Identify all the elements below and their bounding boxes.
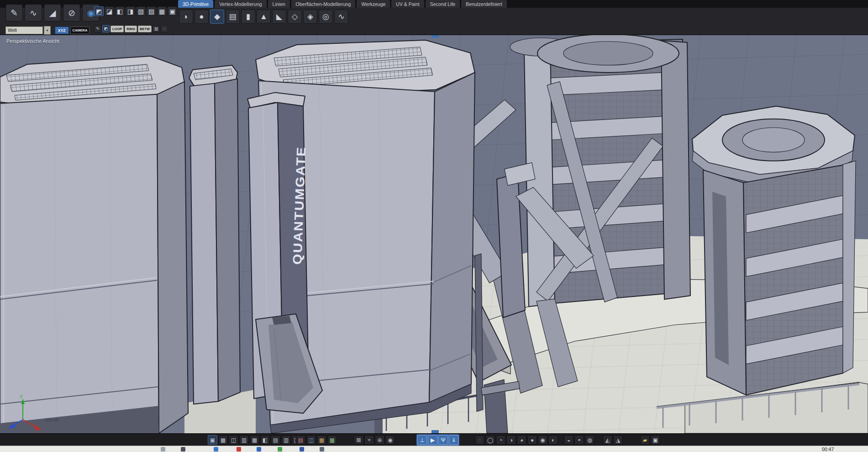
tab-benutzerdefiniert[interactable]: Benutzerdefiniert: [461, 0, 506, 8]
shading-texture-icon[interactable]: ◉: [538, 435, 547, 445]
rotate-tool-icon[interactable]: Ψ: [438, 435, 448, 445]
torus-primitive-icon[interactable]: ◎: [319, 10, 333, 24]
tube-primitive-icon[interactable]: ∿: [334, 10, 348, 24]
taskbar-app-icon-5[interactable]: [278, 447, 282, 452]
viewport-split-handle-top[interactable]: [431, 35, 439, 38]
render-preview-icon[interactable]: ▰: [640, 435, 650, 445]
falloff-icon[interactable]: ◩: [102, 25, 110, 32]
eye-view-icon[interactable]: ◉: [385, 435, 395, 445]
primitive-toolbar: ◗●◆▤▮▲◣◇◈◎∿: [179, 10, 348, 24]
drop-tool-icon[interactable]: ⇓: [449, 435, 458, 445]
loop-button[interactable]: LOOP: [110, 26, 124, 32]
visibility-toggle-icon[interactable]: ◭: [603, 435, 612, 445]
ring-button[interactable]: RING: [125, 26, 137, 32]
taskbar-app-icon-7[interactable]: [320, 447, 324, 452]
select-cursor-icon[interactable]: ▶: [428, 435, 437, 445]
tab-3d-primitive[interactable]: 3D-Primitive: [178, 0, 213, 8]
slice-tool-icon[interactable]: ⊘: [63, 4, 80, 21]
tab-oberfl-chen-modellierung[interactable]: Oberflächen-Modellierung: [291, 0, 356, 8]
airbrush-tool-icon[interactable]: ✎: [5, 4, 23, 21]
camera-button[interactable]: CAMERA: [70, 26, 90, 34]
pivot-mode-icon[interactable]: ▨: [147, 6, 156, 16]
shading-wireframe-icon[interactable]: ◌: [475, 435, 484, 445]
polyhedron-primitive-icon[interactable]: ◈: [303, 10, 317, 24]
knife-tool-icon[interactable]: ◢: [44, 4, 61, 21]
shading-mode-group: ◌◯◔◑◕●◉◐: [475, 435, 558, 445]
tool-nav-group: ⊥▶Ψ⇓: [416, 434, 459, 446]
shading-shaded-icon[interactable]: ◑: [506, 435, 516, 445]
tool-palette: ✎∿◢⊘◉: [5, 4, 100, 21]
camera-view-icon[interactable]: ▣: [651, 435, 660, 445]
viewport-3d[interactable]: Perspektivische Ansicht: [0, 35, 868, 433]
taskbar-app-icon-1[interactable]: [181, 447, 185, 452]
cylinder-primitive-icon[interactable]: ▮: [241, 10, 255, 24]
tab-linien[interactable]: Linien: [268, 0, 290, 8]
slab-tower[interactable]: [189, 65, 240, 404]
cone-primitive-icon[interactable]: ▲: [257, 10, 271, 24]
chevron-down-icon[interactable]: ▼: [44, 26, 51, 35]
tab-werkzeuge[interactable]: Werkzeuge: [357, 0, 390, 8]
viewport-canvas[interactable]: QUANTUMGATE y x z 000-00: [0, 35, 868, 433]
shading-ghost-icon[interactable]: ◒: [564, 435, 573, 445]
polygon-primitive-icon[interactable]: ◇: [288, 10, 302, 24]
item-list-icon[interactable]: ▤: [296, 435, 305, 445]
shading-flat-icon[interactable]: ◔: [496, 435, 505, 445]
lighting-toggle-icon[interactable]: ◮: [613, 435, 623, 445]
center-mode-icon[interactable]: ▧: [136, 6, 146, 16]
tab-bar: 3D-PrimitiveVertex-ModellierungLinienObe…: [178, 0, 507, 8]
edges-mode-icon[interactable]: ◪: [105, 6, 114, 16]
between-button[interactable]: BETW: [138, 26, 152, 32]
shading-smooth-icon[interactable]: ◕: [517, 435, 526, 445]
layout-columns-icon[interactable]: ▥: [239, 435, 249, 445]
world-dropdown[interactable]: Welt: [5, 26, 43, 34]
system-clock: 00:47: [822, 447, 834, 452]
layout-column-pair-icon[interactable]: ▥: [281, 435, 291, 445]
taskbar-start-icon[interactable]: [161, 447, 165, 452]
shading-reflection-icon[interactable]: ◍: [585, 435, 594, 445]
pen-select-icon[interactable]: ✎: [94, 25, 101, 32]
shading-cel-icon[interactable]: ◓: [574, 435, 584, 445]
vertices-mode-icon[interactable]: ◩: [94, 6, 104, 16]
viewport-layout-group: ▣▦◫▥▦◧▤▥◫: [208, 435, 301, 445]
pan-view-icon[interactable]: +: [364, 435, 374, 445]
shading-extra-group: ◒◓◍: [564, 435, 594, 445]
viewport-label: Perspektivische Ansicht: [6, 38, 59, 44]
grid-snap-icon[interactable]: ▥: [153, 25, 160, 32]
shading-hidden-line-icon[interactable]: ◯: [485, 435, 495, 445]
lasso-tool-icon[interactable]: ∿: [25, 4, 42, 21]
move-tool-icon[interactable]: ⊥: [417, 435, 427, 445]
taskbar-app-icon-6[interactable]: [300, 447, 304, 452]
shading-full-icon[interactable]: ●: [527, 435, 537, 445]
uv-grid-icon[interactable]: ▦: [317, 435, 326, 445]
layout-quad-icon[interactable]: ▦: [218, 435, 228, 445]
ik-mode-icon[interactable]: ▦: [157, 6, 167, 16]
taskbar-app-icon-2[interactable]: [214, 447, 218, 452]
layout-grid-icon[interactable]: ▦: [250, 435, 259, 445]
building-left[interactable]: [0, 56, 188, 433]
wedge-primitive-icon[interactable]: ◣: [272, 10, 286, 24]
tab-second-life[interactable]: Second Life: [426, 0, 460, 8]
fit-view-icon[interactable]: ⊠: [354, 435, 363, 445]
tab-uv-paint[interactable]: UV & Paint: [391, 0, 424, 8]
taskbar-app-icon-4[interactable]: [257, 447, 261, 452]
xyz-axis-button[interactable]: XYZ: [55, 26, 69, 34]
taskbar-app-icon-3[interactable]: [237, 447, 241, 452]
items-mode-icon[interactable]: ◨: [126, 6, 135, 16]
plane-primitive-icon[interactable]: ▤: [226, 10, 240, 24]
layout-single-icon[interactable]: ▣: [208, 435, 217, 445]
cube-primitive-icon[interactable]: ◆: [210, 10, 224, 24]
layout-left-split-icon[interactable]: ◧: [260, 435, 270, 445]
zoom-view-icon[interactable]: ⊕: [375, 435, 384, 445]
polygons-mode-icon[interactable]: ◧: [115, 6, 125, 16]
tab-vertex-modellierung[interactable]: Vertex-Modellierung: [215, 0, 266, 8]
layers-icon[interactable]: ◫: [306, 435, 316, 445]
capsule-primitive-icon[interactable]: ◗: [179, 10, 193, 24]
image-grid-icon[interactable]: ▩: [327, 435, 337, 445]
sphere-primitive-icon[interactable]: ●: [195, 10, 209, 24]
symmetry-icon[interactable]: ◦: [161, 25, 168, 32]
viewport-split-handle-bottom[interactable]: [431, 430, 439, 433]
layout-split-right-icon[interactable]: ◫: [229, 435, 238, 445]
shading-gl-icon[interactable]: ◐: [548, 435, 558, 445]
material-mode-icon[interactable]: ▣: [168, 6, 177, 16]
layout-rows-icon[interactable]: ▤: [271, 435, 280, 445]
